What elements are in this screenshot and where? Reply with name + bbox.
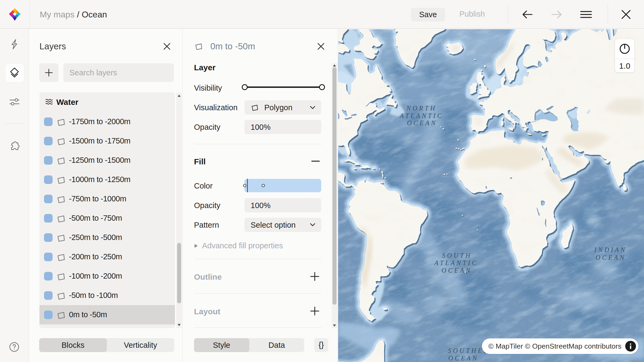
svg-text:OCEAN: OCEAN bbox=[407, 119, 437, 127]
svg-text:INDIAN: INDIAN bbox=[594, 246, 627, 253]
svg-text:SOUTH: SOUTH bbox=[442, 252, 472, 259]
svg-text:OCEAN: OCEAN bbox=[448, 354, 479, 362]
svg-text:ATLANTIC: ATLANTIC bbox=[434, 259, 478, 267]
svg-text:NORTH: NORTH bbox=[406, 105, 437, 112]
svg-text:OCEAN: OCEAN bbox=[596, 254, 626, 261]
svg-text:ATLANTIC: ATLANTIC bbox=[399, 112, 444, 119]
svg-text:OCEAN: OCEAN bbox=[442, 267, 472, 274]
